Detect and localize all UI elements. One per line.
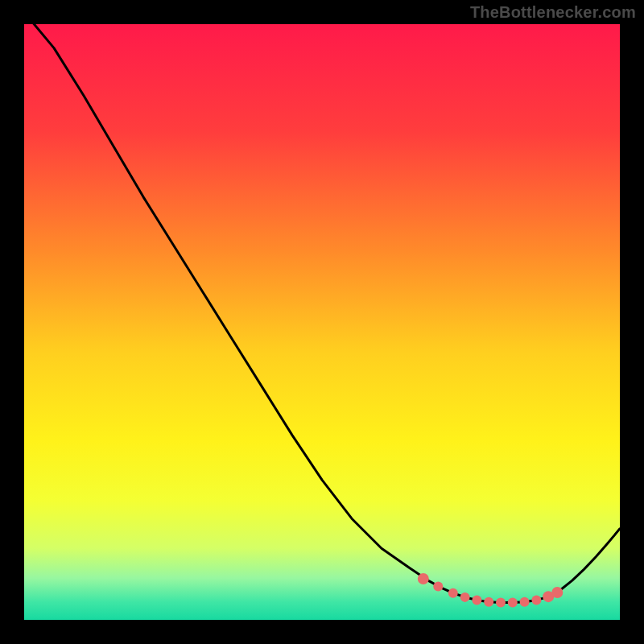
gradient-background xyxy=(24,24,620,620)
marker-dot xyxy=(460,592,470,602)
marker-dot xyxy=(484,597,493,607)
marker-dot xyxy=(496,598,506,608)
marker-dot xyxy=(551,587,563,598)
marker-dot xyxy=(418,573,429,584)
marker-dot xyxy=(508,598,518,608)
plot-area xyxy=(24,24,620,620)
marker-dot xyxy=(448,588,458,598)
chart-svg xyxy=(24,24,620,620)
attribution-text: TheBottlenecker.com xyxy=(470,3,636,22)
marker-dot xyxy=(531,596,541,605)
chart-frame: TheBottlenecker.com xyxy=(0,0,644,644)
marker-dot xyxy=(433,582,443,592)
marker-dot xyxy=(520,597,530,607)
marker-dot xyxy=(472,596,481,605)
